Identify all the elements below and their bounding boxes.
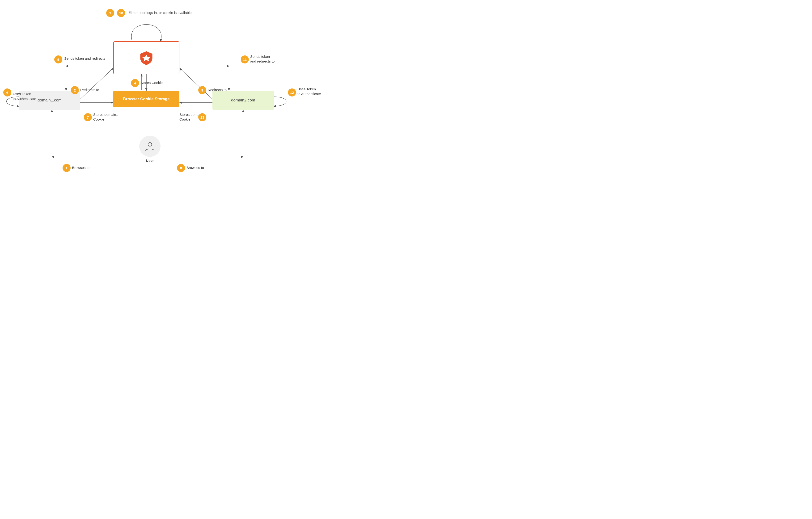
user-label: User xyxy=(142,158,158,162)
auth-shield-icon xyxy=(139,50,154,65)
svg-point-1 xyxy=(148,143,152,146)
badge-10: 10 xyxy=(117,9,125,17)
badge-5: 5 xyxy=(54,55,62,63)
label-2: Redirects to xyxy=(80,88,99,92)
label-7: Stores domain1Cookie xyxy=(93,112,118,122)
user-icon xyxy=(145,141,155,151)
step2-arrow xyxy=(80,68,113,99)
badge-13: 13 xyxy=(198,113,206,121)
diagram-container: Browser Cookie Storage domain1.com domai… xyxy=(0,0,321,208)
label-1: Browses to xyxy=(72,165,89,170)
label-4: Stores Cookie xyxy=(140,81,163,85)
user-circle xyxy=(139,135,161,157)
label-12: Uses Tokento Authenticate xyxy=(297,87,321,96)
domain2-box: domain2.com xyxy=(212,91,274,110)
badge-2: 2 xyxy=(71,86,79,94)
cookie-storage-label: Browser Cookie Storage xyxy=(123,97,170,101)
arc-top xyxy=(132,25,162,41)
domain2-label: domain2.com xyxy=(231,98,255,102)
badge-12: 12 xyxy=(288,88,296,96)
badge-6: 6 xyxy=(3,88,11,96)
label-9: Redirects to xyxy=(208,88,227,92)
badge-11: 11 xyxy=(241,55,249,63)
badge-9: 9 xyxy=(198,86,206,94)
domain1-label: domain1.com xyxy=(37,98,62,102)
label-5: Sends token and redirects xyxy=(64,56,105,61)
label-8: Browses to xyxy=(186,165,204,170)
label-3-10: Either user logs in, or cookie is availa… xyxy=(128,10,192,15)
badge-8: 8 xyxy=(177,164,185,172)
badge-3: 3 xyxy=(106,9,114,17)
badge-1: 1 xyxy=(63,164,70,172)
step12-arc xyxy=(274,97,286,106)
badge-7: 7 xyxy=(84,113,92,121)
label-11: Sends tokenand redirects to xyxy=(250,54,274,64)
auth-server-box xyxy=(113,41,179,74)
badge-4: 4 xyxy=(131,79,139,87)
label-6: Uses Tokento Authenticate xyxy=(13,87,36,101)
step9-arrow xyxy=(180,68,212,99)
cookie-storage-box: Browser Cookie Storage xyxy=(113,91,179,107)
